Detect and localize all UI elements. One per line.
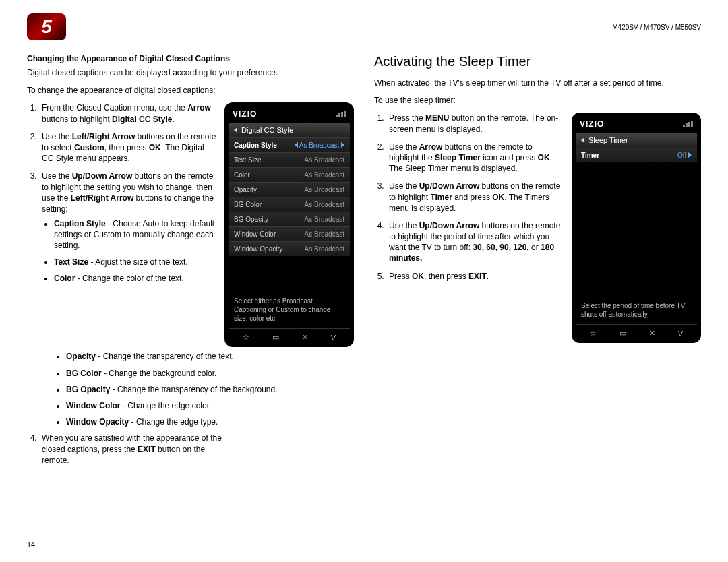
- tv-row: ColorAs Broadcast: [229, 167, 350, 182]
- left-step-1: From the Closed Caption menu, use the Ar…: [39, 102, 216, 124]
- tv-screenshot-sleep-timer: VIZIO Sleep Timer TimerOff Select the pe…: [572, 113, 701, 343]
- close-icon: ✕: [649, 329, 655, 338]
- rec-icon: ▭: [619, 329, 626, 338]
- signal-icon: [336, 111, 346, 117]
- tv-row: Window ColorAs Broadcast: [229, 226, 350, 241]
- chapter-badge: 5: [27, 13, 66, 40]
- left-step-2: Use the Left/Right Arrow buttons on the …: [39, 131, 216, 164]
- page-number: 14: [27, 540, 35, 549]
- back-arrow-icon: [234, 127, 237, 133]
- right-step-1: Press the MENU button on the remote. The…: [386, 113, 564, 134]
- left-heading: Changing the Appearance of Digital Close…: [27, 54, 354, 63]
- tv-row: Text SizeAs Broadcast: [229, 152, 350, 167]
- star-icon: ☆: [243, 333, 249, 342]
- v-icon: V: [678, 330, 683, 338]
- tv-hint-text: Select either as Broadcast Captioning or…: [229, 256, 350, 328]
- right-step-5: Press OK, then press EXIT.: [386, 271, 564, 282]
- right-intro-1: When activated, the TV's sleep timer wil…: [374, 77, 701, 88]
- tv-row: Window OpacityAs Broadcast: [229, 241, 350, 256]
- model-numbers: M420SV / M470SV / M550SV: [612, 24, 701, 31]
- left-step-3: Use the Up/Down Arrow buttons on the rem…: [39, 170, 216, 284]
- rec-icon: ▭: [272, 333, 279, 342]
- tv-row: TimerOff: [576, 148, 697, 162]
- left-intro-1: Digital closed captions can be displayed…: [27, 67, 354, 78]
- left-intro-2: To change the appearance of digital clos…: [27, 85, 354, 96]
- signal-icon: [683, 121, 693, 127]
- right-step-3: Use the Up/Down Arrow buttons on the rem…: [386, 181, 564, 214]
- tv-hint-text: Select the period of time before TV shut…: [576, 162, 697, 324]
- tv-row: BG OpacityAs Broadcast: [229, 212, 350, 226]
- right-heading: Activating the Sleep Timer: [374, 54, 701, 69]
- tv-row: Caption Style As Broadcast: [229, 137, 350, 152]
- tv-breadcrumb: Sleep Timer: [576, 133, 697, 148]
- v-icon: V: [331, 334, 336, 342]
- tv-footer-icons: ☆▭✕V: [576, 324, 697, 339]
- right-step-2: Use the Arrow buttons on the remote to h…: [386, 142, 564, 175]
- vizio-logo: VIZIO: [233, 109, 257, 119]
- close-icon: ✕: [302, 333, 308, 342]
- tv-footer-icons: ☆▭✕V: [229, 328, 350, 343]
- vizio-logo: VIZIO: [580, 119, 604, 129]
- tv-screenshot-cc-style: VIZIO Digital CC Style Caption Style As …: [224, 102, 354, 347]
- tv-breadcrumb: Digital CC Style: [229, 123, 350, 137]
- tv-row: OpacityAs Broadcast: [229, 182, 350, 197]
- left-step-4: When you are satisfied with the appearan…: [39, 433, 228, 466]
- tv-row: BG ColorAs Broadcast: [229, 197, 350, 212]
- back-arrow-icon: [581, 137, 584, 143]
- right-intro-2: To use the sleep timer:: [374, 95, 701, 106]
- star-icon: ☆: [590, 329, 597, 338]
- right-step-4: Use the Up/Down Arrow buttons on the rem…: [386, 220, 564, 264]
